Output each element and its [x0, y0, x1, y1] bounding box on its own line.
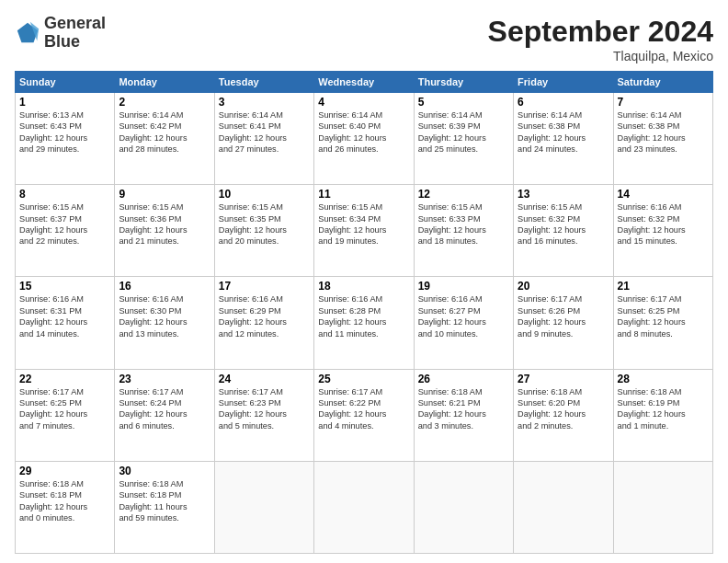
header: General Blue September 2024 Tlaquilpa, M… [15, 15, 713, 63]
day-info: Sunrise: 6:16 AM Sunset: 6:31 PM Dayligh… [19, 293, 110, 339]
week-row-0: 1Sunrise: 6:13 AM Sunset: 6:43 PM Daylig… [16, 93, 713, 185]
col-header-friday: Friday [514, 72, 613, 93]
day-info: Sunrise: 6:14 AM Sunset: 6:39 PM Dayligh… [418, 109, 509, 155]
day-info: Sunrise: 6:15 AM Sunset: 6:32 PM Dayligh… [518, 201, 609, 247]
day-number: 11 [318, 188, 409, 201]
day-info: Sunrise: 6:14 AM Sunset: 6:41 PM Dayligh… [219, 109, 310, 155]
calendar-header-row: SundayMondayTuesdayWednesdayThursdayFrid… [16, 72, 713, 93]
col-header-monday: Monday [115, 72, 214, 93]
day-info: Sunrise: 6:15 AM Sunset: 6:37 PM Dayligh… [19, 201, 110, 247]
day-number: 16 [119, 280, 210, 293]
empty-cell [414, 461, 513, 553]
day-number: 12 [418, 188, 509, 201]
day-cell-4: 4Sunrise: 6:14 AM Sunset: 6:40 PM Daylig… [314, 93, 414, 185]
day-cell-9: 9Sunrise: 6:15 AM Sunset: 6:36 PM Daylig… [115, 185, 214, 277]
day-number: 6 [518, 96, 609, 109]
day-info: Sunrise: 6:16 AM Sunset: 6:27 PM Dayligh… [418, 293, 509, 339]
day-info: Sunrise: 6:14 AM Sunset: 6:40 PM Dayligh… [318, 109, 409, 155]
day-info: Sunrise: 6:18 AM Sunset: 6:20 PM Dayligh… [518, 386, 609, 432]
day-info: Sunrise: 6:13 AM Sunset: 6:43 PM Dayligh… [19, 109, 110, 155]
day-cell-8: 8Sunrise: 6:15 AM Sunset: 6:37 PM Daylig… [16, 185, 115, 277]
day-number: 24 [219, 373, 310, 385]
day-cell-29: 29Sunrise: 6:18 AM Sunset: 6:18 PM Dayli… [16, 461, 115, 553]
day-cell-10: 10Sunrise: 6:15 AM Sunset: 6:35 PM Dayli… [214, 185, 313, 277]
day-info: Sunrise: 6:17 AM Sunset: 6:23 PM Dayligh… [219, 386, 310, 432]
day-cell-18: 18Sunrise: 6:16 AM Sunset: 6:28 PM Dayli… [314, 277, 414, 369]
day-info: Sunrise: 6:15 AM Sunset: 6:33 PM Dayligh… [418, 201, 509, 247]
day-cell-30: 30Sunrise: 6:18 AM Sunset: 6:18 PM Dayli… [115, 461, 214, 553]
day-info: Sunrise: 6:14 AM Sunset: 6:38 PM Dayligh… [518, 109, 609, 155]
day-number: 8 [19, 188, 110, 201]
day-info: Sunrise: 6:15 AM Sunset: 6:35 PM Dayligh… [219, 201, 310, 247]
empty-cell [214, 461, 313, 553]
day-cell-22: 22Sunrise: 6:17 AM Sunset: 6:25 PM Dayli… [16, 369, 115, 461]
col-header-saturday: Saturday [613, 72, 712, 93]
day-number: 15 [19, 280, 110, 293]
day-cell-5: 5Sunrise: 6:14 AM Sunset: 6:39 PM Daylig… [414, 93, 513, 185]
day-number: 30 [119, 465, 210, 477]
calendar-table: SundayMondayTuesdayWednesdayThursdayFrid… [15, 71, 713, 554]
day-cell-3: 3Sunrise: 6:14 AM Sunset: 6:41 PM Daylig… [214, 93, 313, 185]
day-cell-13: 13Sunrise: 6:15 AM Sunset: 6:32 PM Dayli… [514, 185, 613, 277]
day-cell-24: 24Sunrise: 6:17 AM Sunset: 6:23 PM Dayli… [214, 369, 313, 461]
day-info: Sunrise: 6:16 AM Sunset: 6:28 PM Dayligh… [318, 293, 409, 339]
day-cell-17: 17Sunrise: 6:16 AM Sunset: 6:29 PM Dayli… [214, 277, 313, 369]
day-info: Sunrise: 6:17 AM Sunset: 6:25 PM Dayligh… [618, 293, 709, 339]
day-number: 4 [318, 96, 409, 109]
day-number: 1 [19, 96, 110, 109]
day-info: Sunrise: 6:18 AM Sunset: 6:19 PM Dayligh… [618, 386, 709, 432]
day-number: 5 [418, 96, 509, 109]
day-info: Sunrise: 6:15 AM Sunset: 6:36 PM Dayligh… [119, 201, 210, 247]
day-number: 9 [119, 188, 210, 201]
day-number: 25 [318, 373, 409, 385]
day-number: 29 [19, 465, 110, 477]
col-header-sunday: Sunday [16, 72, 115, 93]
empty-cell [514, 461, 613, 553]
logo: General Blue [15, 15, 106, 52]
logo-line2: Blue [44, 33, 106, 52]
month-title: September 2024 [488, 15, 713, 49]
day-info: Sunrise: 6:17 AM Sunset: 6:26 PM Dayligh… [518, 293, 609, 339]
day-info: Sunrise: 6:14 AM Sunset: 6:42 PM Dayligh… [119, 109, 210, 155]
day-number: 13 [518, 188, 609, 201]
day-cell-23: 23Sunrise: 6:17 AM Sunset: 6:24 PM Dayli… [115, 369, 214, 461]
day-number: 27 [518, 373, 609, 385]
empty-cell [613, 461, 712, 553]
col-header-wednesday: Wednesday [314, 72, 414, 93]
day-cell-12: 12Sunrise: 6:15 AM Sunset: 6:33 PM Dayli… [414, 185, 513, 277]
day-number: 14 [618, 188, 709, 201]
logo-text: General Blue [44, 15, 106, 52]
day-cell-7: 7Sunrise: 6:14 AM Sunset: 6:38 PM Daylig… [613, 93, 712, 185]
day-number: 3 [219, 96, 310, 109]
title-block: September 2024 Tlaquilpa, Mexico [488, 15, 713, 63]
day-cell-19: 19Sunrise: 6:16 AM Sunset: 6:27 PM Dayli… [414, 277, 513, 369]
day-cell-15: 15Sunrise: 6:16 AM Sunset: 6:31 PM Dayli… [16, 277, 115, 369]
day-number: 21 [618, 280, 709, 293]
day-cell-16: 16Sunrise: 6:16 AM Sunset: 6:30 PM Dayli… [115, 277, 214, 369]
day-number: 19 [418, 280, 509, 293]
day-info: Sunrise: 6:17 AM Sunset: 6:24 PM Dayligh… [119, 386, 210, 432]
week-row-4: 29Sunrise: 6:18 AM Sunset: 6:18 PM Dayli… [16, 461, 713, 553]
day-cell-1: 1Sunrise: 6:13 AM Sunset: 6:43 PM Daylig… [16, 93, 115, 185]
day-info: Sunrise: 6:18 AM Sunset: 6:21 PM Dayligh… [418, 386, 509, 432]
day-info: Sunrise: 6:18 AM Sunset: 6:18 PM Dayligh… [119, 478, 210, 524]
day-number: 10 [219, 188, 310, 201]
page: General Blue September 2024 Tlaquilpa, M… [0, 0, 728, 563]
day-cell-21: 21Sunrise: 6:17 AM Sunset: 6:25 PM Dayli… [613, 277, 712, 369]
day-info: Sunrise: 6:14 AM Sunset: 6:38 PM Dayligh… [618, 109, 709, 155]
logo-line1: General [44, 15, 106, 33]
week-row-3: 22Sunrise: 6:17 AM Sunset: 6:25 PM Dayli… [16, 369, 713, 461]
day-number: 22 [19, 373, 110, 385]
logo-icon [15, 20, 40, 46]
day-number: 2 [119, 96, 210, 109]
day-number: 26 [418, 373, 509, 385]
day-info: Sunrise: 6:16 AM Sunset: 6:30 PM Dayligh… [119, 293, 210, 339]
day-cell-27: 27Sunrise: 6:18 AM Sunset: 6:20 PM Dayli… [514, 369, 613, 461]
day-cell-2: 2Sunrise: 6:14 AM Sunset: 6:42 PM Daylig… [115, 93, 214, 185]
day-info: Sunrise: 6:16 AM Sunset: 6:32 PM Dayligh… [618, 201, 709, 247]
day-cell-14: 14Sunrise: 6:16 AM Sunset: 6:32 PM Dayli… [613, 185, 712, 277]
day-number: 17 [219, 280, 310, 293]
day-number: 23 [119, 373, 210, 385]
day-number: 18 [318, 280, 409, 293]
col-header-tuesday: Tuesday [214, 72, 313, 93]
